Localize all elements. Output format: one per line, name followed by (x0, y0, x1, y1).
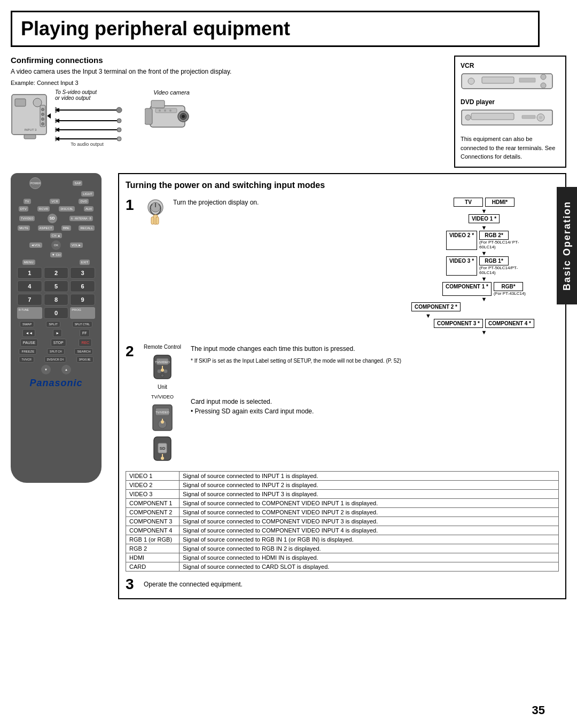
aux-button[interactable]: AUX (84, 206, 93, 212)
step2-row: 2 Remote Control TV/VIDEO (126, 344, 559, 463)
step2-main-text: The input mode changes each time this bu… (191, 344, 559, 354)
exit-button[interactable]: EXIT (80, 260, 90, 265)
search-button[interactable]: SEARCH (74, 348, 93, 355)
nav-down-button[interactable]: ▼ (41, 365, 51, 374)
svg-point-49 (465, 115, 471, 120)
play-button[interactable]: ► (53, 329, 62, 337)
svg-point-8 (42, 123, 44, 126)
menu-button[interactable]: MENU (22, 260, 35, 265)
step2-icons-col: Remote Control TV/VIDEO Unit T (144, 344, 181, 463)
stop-button[interactable]: STOP (51, 339, 66, 347)
num1-button[interactable]: 1 (17, 267, 42, 279)
num8-button[interactable]: 8 (44, 294, 69, 306)
rtune-button[interactable]: R-TUNE (17, 307, 42, 319)
ff-button[interactable]: FF (80, 329, 90, 337)
num5-button[interactable]: 5 (44, 280, 69, 292)
flow-hdmi-box: HDMI* (485, 198, 514, 207)
svg-rect-54 (156, 217, 159, 224)
prog-button[interactable]: PROG (70, 307, 95, 319)
rec-button[interactable]: REC (79, 339, 92, 347)
bbe-button[interactable]: BBE (61, 225, 71, 231)
disc-button[interactable]: DISC/CBL (59, 206, 74, 212)
source-cell: RGB 1 (or RGB) (126, 535, 180, 544)
vol-right-button[interactable]: VOL► (70, 242, 83, 248)
splitch-button[interactable]: SPLIT CH (47, 348, 64, 355)
flow-tv-hdmi: TV HDMI* (409, 198, 559, 207)
flow-comp1-box: COMPONENT 1 * (442, 282, 492, 296)
svg-point-66 (161, 420, 164, 424)
power-button[interactable]: POWER (29, 177, 41, 189)
num7-button[interactable]: 7 (17, 294, 42, 306)
svg-text:TV/VIDEO: TV/VIDEO (155, 361, 170, 364)
num2-button[interactable]: 2 (44, 267, 69, 279)
svg-point-47 (539, 116, 542, 119)
svg-point-35 (159, 109, 161, 112)
split-button[interactable]: SPLIT (46, 321, 60, 327)
step2-sd-text: Card input mode is selected. (191, 397, 559, 406)
page-number: 35 (532, 703, 545, 717)
num6-button[interactable]: 6 (70, 280, 95, 292)
ch-down-button[interactable]: ▼ CH (50, 252, 62, 257)
vcr-button[interactable]: VCR (50, 199, 60, 204)
num3-button[interactable]: 3 (70, 267, 95, 279)
dtv-button[interactable]: DTV (19, 206, 28, 212)
dvd-button[interactable]: DVD (79, 199, 89, 204)
flow-comp2-box: COMPONENT 2 * (411, 302, 461, 311)
svg-point-41 (541, 74, 546, 80)
unit-label: Unit (158, 384, 167, 390)
turning-heading: Turning the power on and switching input… (126, 181, 559, 190)
svg-point-58 (157, 369, 161, 373)
vol-left-button[interactable]: ◄VOL (29, 242, 42, 248)
dpad-top: CH ▲ (29, 233, 83, 238)
3pg-button[interactable]: 3PG/0.9E (76, 356, 93, 363)
flow-arrow3: ▼ (409, 250, 559, 256)
num0-button[interactable]: 0 (44, 307, 69, 319)
side-tab: Basic Operation (557, 187, 577, 304)
pause-button[interactable]: PAUSE (20, 339, 38, 347)
flow-rgb2-note: (For PT-50LC14/ PT-60LC14) (479, 240, 522, 250)
ch-up-button[interactable]: CH ▲ (50, 233, 62, 238)
freeze-button[interactable]: FREEZE (19, 348, 37, 355)
source-cell: VIDEO 1 (126, 472, 180, 481)
tv-button[interactable]: TV (24, 199, 31, 204)
power-label: POWER (30, 182, 41, 185)
num4-button[interactable]: 4 (17, 280, 42, 292)
flow-arrow1: ▼ (409, 208, 559, 214)
tvvcr-button[interactable]: TV/VCR (19, 356, 34, 363)
confirming-desc: A video camera uses the Input 3 terminal… (11, 68, 446, 75)
recall-button[interactable]: RECALL (79, 225, 94, 231)
rew-button[interactable]: ◄◄ (22, 329, 35, 337)
flow-comp4-box: COMPONENT 4 * (485, 319, 534, 328)
antenna-button[interactable]: A · ANTENNA · B (69, 216, 93, 221)
dpad-bottom: ▼ CH (29, 252, 83, 257)
dvdvcrch-button[interactable]: DVD/VCR CH (44, 356, 66, 363)
flow-rgb1-note: (For PT-50LC14/PT-60LC14) (479, 265, 522, 276)
nav-up-button[interactable]: ▲ (61, 365, 71, 374)
description-cell: Signal of source connected to COMPONENT … (180, 517, 559, 526)
page-container: Basic Operation Playing peripheral equip… (0, 0, 577, 728)
mute-button[interactable]: MUTE (18, 225, 30, 231)
dvd-svg (461, 108, 557, 128)
sd-button[interactable]: SD (48, 214, 57, 223)
rcvr-button[interactable]: RCVR (37, 206, 50, 212)
sap-button[interactable]: SAP (73, 181, 82, 186)
step2-unit-icon: TV/VIDEO (151, 404, 174, 432)
description-cell: Signal of source connected to COMPONENT … (180, 508, 559, 517)
tvvideo-button[interactable]: TV/VIDEO (19, 216, 35, 221)
ok-button[interactable]: OK (51, 240, 61, 250)
swap-button[interactable]: SWAP (20, 321, 34, 327)
step2-number: 2 (126, 344, 138, 359)
source-cell: COMPONENT 2 (126, 508, 180, 517)
tvvideo-sublabel: TV/VIDEO (151, 394, 174, 400)
num9-button[interactable]: 9 (70, 294, 95, 306)
flow-rgb-star-box: RGB* (494, 282, 523, 291)
splitctrl-button[interactable]: SPLIT CTRL (72, 321, 92, 327)
svideo-annotation: To S-video output or video output (55, 89, 141, 101)
svg-point-37 (169, 109, 171, 112)
light-button[interactable]: LIGHT (81, 191, 94, 197)
flow-video2-rgb2-row: VIDEO 2 * RGB 2* (For PT-50LC14/ PT-60LC… (409, 231, 559, 250)
aspect-button[interactable]: ASPECT (38, 225, 54, 231)
step1-hand-icon (144, 198, 168, 227)
description-cell: Signal of source connected to RGB IN 2 i… (180, 544, 559, 553)
svg-rect-45 (471, 113, 514, 120)
